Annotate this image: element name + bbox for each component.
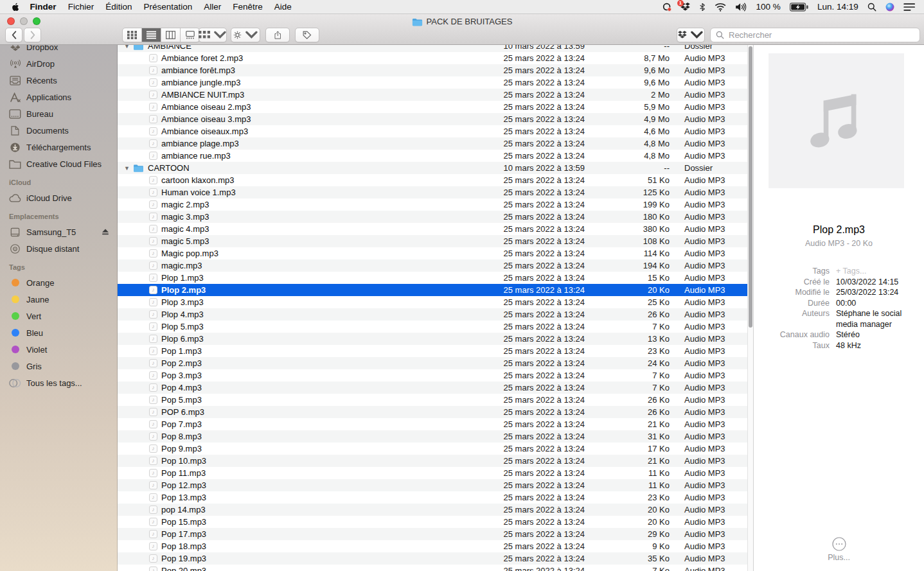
- file-row[interactable]: ♪Pop 13.mp325 mars 2022 à 13:2423 KoAudi…: [118, 491, 753, 504]
- forward-button[interactable]: [24, 28, 41, 42]
- file-row[interactable]: ♪Plop 3.mp325 mars 2022 à 13:2425 KoAudi…: [118, 296, 753, 308]
- sidebar-item-airdrop[interactable]: AirDrop: [0, 55, 117, 72]
- sidebar-item-disque-distant[interactable]: Disque distant: [0, 240, 117, 257]
- menu-aide[interactable]: Aide: [269, 2, 298, 12]
- file-row[interactable]: ♪Pop 10.mp325 mars 2022 à 13:2421 KoAudi…: [118, 455, 753, 467]
- column-view-button[interactable]: [161, 28, 180, 42]
- bluetooth-icon[interactable]: [699, 3, 706, 12]
- file-row[interactable]: ♪ambiance rue.mp325 mars 2022 à 13:244,8…: [118, 150, 753, 162]
- file-row[interactable]: ♪ambiance plage.mp325 mars 2022 à 13:244…: [118, 137, 753, 150]
- sidebar-item-tous-les-tags[interactable]: Tous les tags...: [0, 374, 117, 391]
- file-row[interactable]: ♪pop 14.mp325 mars 2022 à 13:2420 KoAudi…: [118, 504, 753, 516]
- file-row[interactable]: ♪cartoon klaxon.mp325 mars 2022 à 13:245…: [118, 174, 753, 186]
- sidebar-item-icloud-drive[interactable]: iCloud Drive: [0, 189, 117, 206]
- file-row[interactable]: ♪Pop 3.mp325 mars 2022 à 13:247 KoAudio …: [118, 369, 753, 382]
- sidebar-item-samsung-t5[interactable]: Samsung_T5: [0, 224, 117, 240]
- sidebar-item-gris[interactable]: Gris: [0, 358, 117, 374]
- file-row[interactable]: ♪POP 6.mp325 mars 2022 à 13:2426 KoAudio…: [118, 406, 753, 418]
- file-row[interactable]: ▼CARTOON10 mars 2022 à 13:59--Dossier: [118, 162, 753, 174]
- disclosure-triangle-icon[interactable]: ▼: [123, 165, 131, 171]
- menu-aller[interactable]: Aller: [198, 2, 227, 12]
- share-button[interactable]: [265, 28, 290, 42]
- preview-field-value[interactable]: + Tags...: [836, 266, 916, 277]
- file-row[interactable]: ♪Pop 7.mp325 mars 2022 à 13:2421 KoAudio…: [118, 418, 753, 430]
- file-row[interactable]: ♪ambiance jungle.mp325 mars 2022 à 13:24…: [118, 76, 753, 89]
- gallery-view-button[interactable]: [180, 28, 199, 42]
- file-row[interactable]: ♪Pop 11.mp325 mars 2022 à 13:2411 KoAudi…: [118, 467, 753, 479]
- file-row[interactable]: ♪Magic pop.mp325 mars 2022 à 13:24114 Ko…: [118, 247, 753, 259]
- file-row[interactable]: ♪Pop 18.mp325 mars 2022 à 13:249 KoAudio…: [118, 540, 753, 552]
- file-row[interactable]: ♪magic 5.mp325 mars 2022 à 13:24108 KoAu…: [118, 235, 753, 247]
- file-row[interactable]: ♪Ambiance oiseaux.mp325 mars 2022 à 13:2…: [118, 125, 753, 137]
- file-row[interactable]: ♪Plop 6.mp325 mars 2022 à 13:2413 KoAudi…: [118, 333, 753, 345]
- file-row[interactable]: ▼AMBIANCE10 mars 2022 à 13:59--Dossier: [118, 45, 753, 52]
- file-row[interactable]: ♪Pop 8.mp325 mars 2022 à 13:2431 KoAudio…: [118, 430, 753, 443]
- apple-menu-icon[interactable]: [8, 3, 24, 12]
- sidebar-item-dropbox[interactable]: Dropbox: [0, 45, 117, 55]
- file-row[interactable]: ♪Pop 1.mp325 mars 2022 à 13:2423 KoAudio…: [118, 345, 753, 357]
- file-row[interactable]: ♪magic 2.mp325 mars 2022 à 13:24199 KoAu…: [118, 198, 753, 211]
- file-row[interactable]: ♪Pop 19.mp325 mars 2022 à 13:2435 KoAudi…: [118, 552, 753, 565]
- back-button[interactable]: [5, 28, 22, 42]
- search-field[interactable]: [710, 28, 920, 42]
- spotlight-icon[interactable]: [867, 3, 876, 12]
- file-row[interactable]: ♪Pop 12.mp325 mars 2022 à 13:2411 KoAudi…: [118, 479, 753, 491]
- notification-center-icon[interactable]: [903, 3, 915, 12]
- scrollbar-thumb[interactable]: [749, 46, 752, 328]
- tags-button[interactable]: [295, 28, 319, 42]
- sidebar-item-telechargements[interactable]: Téléchargements: [0, 139, 117, 155]
- sidebar-item-bureau[interactable]: Bureau: [0, 105, 117, 122]
- menu-edition[interactable]: Édition: [100, 2, 138, 12]
- file-row[interactable]: ♪Pop 5.mp325 mars 2022 à 13:2426 KoAudio…: [118, 394, 753, 406]
- sidebar-item-jaune[interactable]: Jaune: [0, 291, 117, 308]
- volume-icon[interactable]: [735, 3, 747, 12]
- file-row[interactable]: ♪Pop 9.mp325 mars 2022 à 13:2417 KoAudio…: [118, 443, 753, 455]
- battery-icon[interactable]: [790, 3, 808, 12]
- eject-icon[interactable]: [102, 229, 112, 235]
- file-row[interactable]: ♪Human voice 1.mp325 mars 2022 à 13:2412…: [118, 186, 753, 198]
- battery-percent[interactable]: 100 %: [756, 2, 780, 12]
- dropbox-toolbar-button[interactable]: [677, 28, 705, 42]
- menu-presentation[interactable]: Présentation: [138, 2, 198, 12]
- file-row[interactable]: ♪Pop 17.mp325 mars 2022 à 13:2429 KoAudi…: [118, 528, 753, 540]
- disclosure-triangle-icon[interactable]: ▼: [123, 45, 131, 49]
- file-row[interactable]: ♪magic 4.mp325 mars 2022 à 13:24380 KoAu…: [118, 223, 753, 235]
- file-row[interactable]: ♪magic.mp325 mars 2022 à 13:24194 KoAudi…: [118, 259, 753, 272]
- file-row[interactable]: ♪Pop 2.mp325 mars 2022 à 13:2424 KoAudio…: [118, 357, 753, 369]
- dropbox-menu-item[interactable]: 1: [680, 3, 690, 12]
- sidebar-item-vert[interactable]: Vert: [0, 308, 117, 324]
- sidebar-item-creative-cloud-files[interactable]: Creative Cloud Files: [0, 155, 117, 172]
- file-row[interactable]: ♪magic 3.mp325 mars 2022 à 13:24180 KoAu…: [118, 211, 753, 223]
- search-input[interactable]: [727, 30, 914, 40]
- menu-finder[interactable]: Finder: [24, 2, 62, 12]
- sidebar-item-documents[interactable]: Documents: [0, 122, 117, 139]
- sidebar-item-bleu[interactable]: Bleu: [0, 324, 117, 341]
- menu-fenetre[interactable]: Fenêtre: [227, 2, 269, 12]
- sidebar-item-applications[interactable]: Applications: [0, 89, 117, 105]
- sidebar-item-violet[interactable]: Violet: [0, 341, 117, 358]
- file-row[interactable]: ♪Pop 20.mp325 mars 2022 à 13:247 KoAudio…: [118, 565, 753, 571]
- file-row[interactable]: ♪Plop 5.mp325 mars 2022 à 13:247 KoAudio…: [118, 321, 753, 333]
- screen-record-icon[interactable]: [662, 3, 671, 12]
- wifi-icon[interactable]: [715, 3, 726, 12]
- file-row[interactable]: ♪Pop 15.mp325 mars 2022 à 13:2420 KoAudi…: [118, 516, 753, 528]
- sidebar-item-orange[interactable]: Orange: [0, 274, 117, 291]
- file-row[interactable]: ♪Plop 2.mp325 mars 2022 à 13:2420 KoAudi…: [118, 284, 753, 296]
- sidebar-item-recents[interactable]: Récents: [0, 72, 117, 89]
- file-row[interactable]: ♪AMBIANCE NUIT.mp325 mars 2022 à 13:242 …: [118, 89, 753, 101]
- file-row[interactable]: ♪Ambiance foret 2.mp325 mars 2022 à 13:2…: [118, 52, 753, 64]
- menu-bar-clock[interactable]: Lun. 14:19: [817, 2, 858, 12]
- menu-fichier[interactable]: Fichier: [62, 2, 100, 12]
- file-row[interactable]: ♪ambiance forêt.mp325 mars 2022 à 13:249…: [118, 64, 753, 76]
- show-more-button[interactable]: Plus...: [754, 537, 924, 562]
- file-row[interactable]: ♪Plop 1.mp325 mars 2022 à 13:2415 KoAudi…: [118, 272, 753, 284]
- action-menu-button[interactable]: [231, 28, 260, 42]
- vertical-scrollbar[interactable]: [747, 45, 753, 571]
- icon-view-button[interactable]: [123, 28, 141, 42]
- file-row[interactable]: ♪Ambiance oiseau 2.mp325 mars 2022 à 13:…: [118, 101, 753, 113]
- file-row[interactable]: ♪Plop 4.mp325 mars 2022 à 13:2426 KoAudi…: [118, 308, 753, 321]
- file-row[interactable]: ♪Ambiance oiseau 3.mp325 mars 2022 à 13:…: [118, 113, 753, 125]
- list-view-button[interactable]: [141, 28, 161, 42]
- siri-icon[interactable]: [885, 3, 894, 12]
- group-button[interactable]: [199, 28, 227, 42]
